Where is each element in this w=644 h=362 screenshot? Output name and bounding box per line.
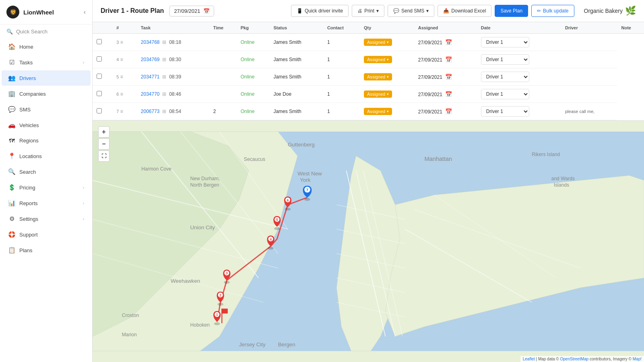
row-contact: James Smith [269,68,323,86]
driver-select[interactable]: Driver 1 [481,72,529,82]
driver-select[interactable]: Driver 1 [481,54,529,65]
row-driver: Driver 1 [477,34,561,51]
row-assigned: Assigned ▾ [360,103,414,120]
svg-point-51 [268,247,274,249]
map-zoom-in-button[interactable]: + [98,126,109,138]
row-contact: James Smith [269,103,323,120]
sidebar-item-pricing[interactable]: 💲 Pricing › [2,180,91,195]
calendar-icon[interactable]: 📅 [445,74,452,80]
sidebar-item-sms[interactable]: 💬 SMS [2,102,91,117]
date-picker[interactable]: 27/09/2021 📅 [169,6,214,16]
sidebar-item-vehicles[interactable]: 🚗 Vehicles [2,117,91,133]
send-sms-button[interactable]: 💬 Send SMS ▾ [388,5,434,17]
map-pin-2[interactable]: 2 [217,292,224,306]
sidebar-collapse-button[interactable]: ‹ [84,8,86,16]
map-pin-1[interactable]: 1 [213,311,221,325]
row-assigned: Assigned ▾ [360,68,414,86]
col-packages: Pkg [237,22,270,34]
row-date: 27/09/2021 📅 [414,51,477,68]
row-checkbox[interactable] [97,74,102,79]
copy-icon[interactable]: ⊞ [162,57,166,62]
row-driver: Driver 1 [477,68,561,86]
row-contact: James Smith [269,51,323,68]
mapbox-link[interactable]: Map! [633,357,642,361]
search-icon: 🔍 [8,168,15,175]
row-checkbox[interactable] [97,39,102,44]
svg-text:Hoboken: Hoboken [190,322,209,328]
sidebar-item-regions[interactable]: 🗺 Regions [2,133,91,148]
map-fullscreen-button[interactable]: ⛶ [98,150,109,162]
calendar-icon[interactable]: 📅 [445,39,452,45]
save-plan-button[interactable]: Save Plan [495,5,528,17]
quick-driver-invite-button[interactable]: 📱 Quick driver invite [291,5,349,17]
quick-search-trigger[interactable]: 🔍 Quick Search [0,25,92,39]
sidebar-item-label-search: Search [19,169,36,175]
assigned-badge[interactable]: Assigned ▾ [364,90,392,98]
sidebar-item-tasks[interactable]: ☑ Tasks › [2,55,91,70]
svg-text:Weehawken: Weehawken [171,278,200,284]
assigned-badge[interactable]: Assigned ▾ [364,73,392,80]
driver-select[interactable]: Driver 1 [481,106,529,117]
col-contact: Contact [323,22,360,34]
copy-icon[interactable]: ⊞ [162,39,166,45]
sidebar-item-reports[interactable]: 📊 Reports › [2,195,91,211]
sms-icon: 💬 [393,8,399,14]
osm-link[interactable]: OpenStreetMap [560,357,589,361]
driver-select[interactable]: Driver 1 [481,37,529,47]
row-assigned: Assigned ▾ [360,51,414,68]
task-id-link[interactable]: 2034771 [141,74,160,80]
copy-icon[interactable]: ⊞ [162,109,166,114]
map-pin-6[interactable]: 6 [284,196,291,210]
sidebar-item-locations[interactable]: 📍 Locations [2,148,91,164]
row-checkbox[interactable] [97,108,102,113]
row-contact: James Smith [269,34,323,51]
sidebar-item-support[interactable]: 🛟 Support [2,227,91,242]
map-pin-4[interactable]: 4 [267,235,274,249]
sms-icon: 💬 [8,106,15,113]
copy-icon[interactable]: ⊞ [162,74,166,80]
calendar-icon[interactable]: 📅 [445,108,452,115]
row-qty: 1 [323,34,360,51]
task-id-link[interactable]: 2034770 [141,91,160,97]
bulk-update-button[interactable]: ✏ Bulk update [531,5,574,17]
sidebar-item-companies[interactable]: 🏢 Companies [2,86,91,101]
sidebar-item-home[interactable]: 🏠 Home [2,39,91,54]
row-packages [209,86,237,103]
sidebar-item-search[interactable]: 🔍 Search [2,164,91,179]
row-checkbox[interactable] [97,91,102,96]
row-date: 27/09/2021 📅 [414,86,477,103]
vehicles-icon: 🚗 [8,121,15,129]
assigned-badge[interactable]: Assigned ▾ [364,39,392,46]
task-id-link[interactable]: 2034768 [141,39,160,45]
sidebar-item-label-companies: Companies [19,91,46,97]
row-driver: Driver 1 [477,86,561,103]
regions-icon: 🗺 [8,137,15,144]
sidebar-item-settings[interactable]: ⚙ Settings › [2,211,91,226]
row-num: 5 ≡ [112,68,136,86]
leaflet-link[interactable]: Leaflet [523,357,535,361]
map-background: Guttenberg Secaucus Harmon Cove New Durh… [93,121,644,362]
copy-icon[interactable]: ⊞ [162,91,166,97]
sidebar-item-label-plans: Plans [19,247,33,253]
top-header: Driver 1 - Route Plan 27/09/2021 📅 📱 Qui… [93,0,644,22]
task-id-link[interactable]: 2034769 [141,57,160,62]
calendar-icon[interactable]: 📅 [445,56,452,63]
sidebar-item-label-settings: Settings [19,216,38,222]
sidebar-item-drivers[interactable]: 👥 Drivers [2,70,91,86]
svg-text:and Wards: and Wards [551,176,575,181]
map-pin-3[interactable]: 3 [223,269,230,284]
driver-select[interactable]: Driver 1 [481,89,529,99]
assigned-badge[interactable]: Assigned ▾ [364,56,392,63]
map-svg: Guttenberg Secaucus Harmon Cove New Durh… [93,121,644,362]
row-checkbox[interactable] [97,56,102,62]
download-excel-button[interactable]: 📥 Download Excel [438,5,491,17]
task-id-link[interactable]: 2006773 [141,109,160,114]
sidebar-item-plans[interactable]: 📋 Plans [2,243,91,258]
print-button[interactable]: 🖨 Print ▾ [352,5,384,17]
calendar-icon[interactable]: 📅 [445,91,452,97]
assigned-badge[interactable]: Assigned ▾ [364,108,392,115]
map-pin-5[interactable]: 5 [273,216,281,230]
bulk-update-icon: ✏ [537,8,541,14]
map-zoom-out-button[interactable]: − [98,138,109,150]
drag-icon: ≡ [120,39,123,45]
